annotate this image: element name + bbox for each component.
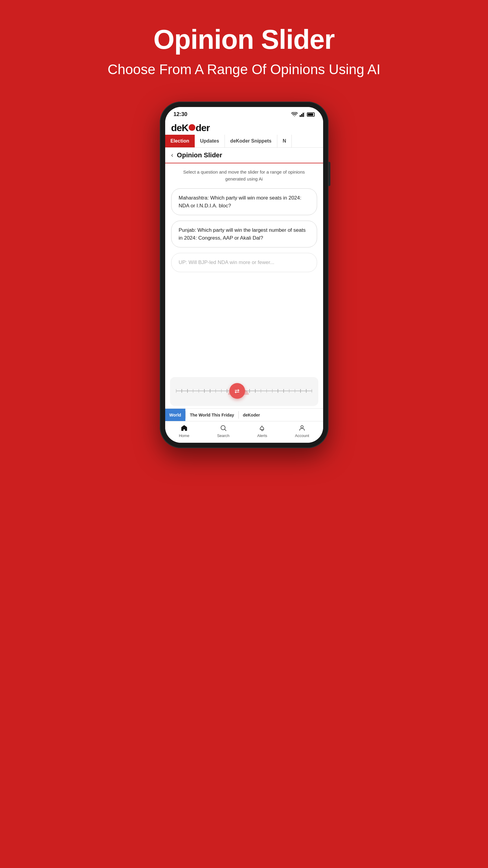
nav-item-home[interactable]: Home: [179, 424, 189, 438]
opinion-slider[interactable]: ⇄: [170, 377, 318, 406]
account-label: Account: [295, 433, 309, 438]
bottom-nav: Home Search: [165, 421, 323, 443]
questions-list: Maharashtra: Which party will win more s…: [165, 185, 323, 377]
svg-rect-2: [303, 113, 304, 117]
phone-shell: 12:30: [160, 101, 329, 448]
question-card-2[interactable]: Punjab: Which party will win the largest…: [171, 221, 317, 247]
logo-k: K: [182, 122, 188, 133]
back-header: ‹ Opinion Slider: [165, 148, 323, 163]
bottom-strip: World The World This Friday deKoder: [165, 408, 323, 421]
content-area: Select a question and move the slider fo…: [165, 163, 323, 408]
alerts-label: Alerts: [257, 433, 267, 438]
app-logo: de K der: [171, 122, 317, 133]
home-label: Home: [179, 433, 189, 438]
phone-side-button: [329, 162, 330, 186]
status-bar: 12:30: [165, 107, 323, 120]
page-subtitle: Choose From A Range Of Opinions Using AI: [108, 61, 380, 78]
back-title: Opinion Slider: [177, 151, 222, 159]
svg-rect-0: [300, 115, 301, 117]
nav-item-search[interactable]: Search: [217, 424, 230, 438]
status-icons: [291, 112, 315, 117]
battery-icon: [307, 113, 315, 117]
logo-o-dot: [189, 124, 195, 131]
nav-item-account[interactable]: Account: [295, 424, 309, 438]
user-icon: [298, 424, 306, 432]
svg-rect-3: [304, 112, 305, 117]
slider-thumb[interactable]: ⇄: [230, 383, 245, 399]
status-time: 12:30: [174, 111, 187, 118]
tab-more[interactable]: N: [277, 135, 292, 147]
nav-tabs: Election Updates deKoder Snippets N: [165, 135, 323, 148]
phone-mockup: 12:30: [160, 101, 329, 451]
search-label: Search: [217, 433, 230, 438]
search-icon: [219, 424, 227, 432]
page-title: Opinion Slider: [153, 24, 335, 55]
strip-tab-world-friday[interactable]: The World This Friday: [186, 409, 238, 421]
tab-dekoder-snippets[interactable]: deKoder Snippets: [225, 135, 277, 147]
bell-icon: [258, 424, 267, 432]
tab-election[interactable]: Election: [165, 135, 195, 147]
svg-line-6: [224, 430, 226, 431]
tab-updates[interactable]: Updates: [195, 135, 225, 147]
svg-rect-1: [301, 114, 302, 117]
back-arrow-icon[interactable]: ‹: [171, 151, 173, 159]
question-card-1[interactable]: Maharashtra: Which party will win more s…: [171, 188, 317, 215]
wifi-icon: [291, 112, 298, 117]
question-card-3[interactable]: UP: Will BJP-led NDA win more or fewer..…: [171, 253, 317, 272]
svg-point-8: [301, 426, 303, 428]
phone-screen: 12:30: [165, 107, 323, 443]
signal-icon: [300, 112, 305, 117]
logo-de: de: [171, 122, 182, 133]
strip-tab-world[interactable]: World: [165, 409, 185, 421]
logo-der: der: [195, 122, 210, 133]
slider-arrows-icon: ⇄: [235, 387, 240, 395]
nav-item-alerts[interactable]: Alerts: [257, 424, 267, 438]
home-icon: [180, 424, 188, 432]
app-header: de K der: [165, 120, 323, 135]
slider-track-container: ⇄: [176, 382, 312, 400]
strip-tab-dekoder[interactable]: deKoder: [239, 409, 264, 421]
instruction-text: Select a question and move the slider fo…: [165, 163, 323, 185]
